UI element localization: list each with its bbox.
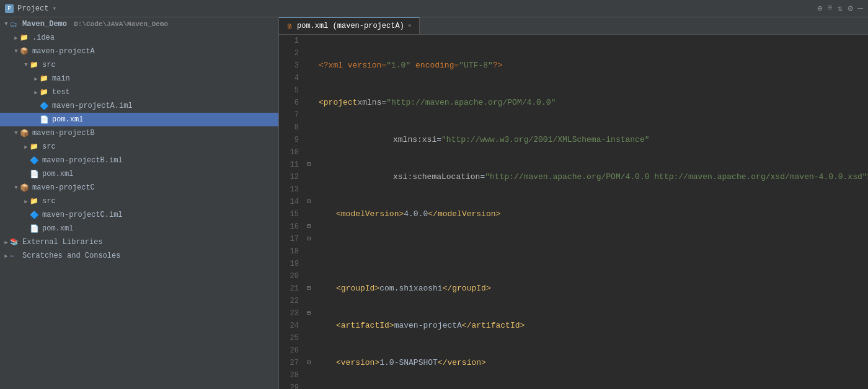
- line-num-2: 2: [284, 47, 299, 59]
- scratches-label: Scratches and Consoles: [22, 251, 120, 260]
- src-a-icon: 📁: [30, 61, 40, 69]
- sidebar-item-ext-libs[interactable]: ▶ 📚 External Libraries: [0, 235, 278, 249]
- sidebar-item-maven-projectC[interactable]: ▼ 📦 maven-projectC: [0, 181, 278, 194]
- minimize-icon[interactable]: —: [858, 3, 863, 14]
- line-num-16: 16: [284, 221, 299, 233]
- line-num-4: 4: [284, 72, 299, 84]
- code-line-2: <project xmlns="http://maven.apache.org/…: [319, 97, 868, 109]
- fold-27[interactable]: ⊟: [304, 357, 314, 369]
- fold-10: [304, 146, 314, 159]
- structure-icon[interactable]: ≡: [827, 3, 832, 14]
- src-a-label: src: [42, 61, 56, 69]
- sidebar-item-idea[interactable]: ▶ 📁 .idea: [0, 31, 278, 45]
- fold-14[interactable]: ⊟: [304, 196, 314, 208]
- fold-4: [304, 72, 314, 84]
- src-c-label: src: [42, 197, 56, 206]
- line-num-14: 14: [284, 196, 299, 208]
- sidebar-item-pom-c[interactable]: ▶ 📄 pom.xml: [0, 222, 278, 235]
- line-num-18: 18: [284, 245, 299, 258]
- tab-close-button[interactable]: ×: [408, 23, 412, 30]
- sidebar-item-maven-projectA[interactable]: ▼ 📦 maven-projectA: [0, 45, 278, 58]
- sidebar-item-pom-b[interactable]: ▶ 📄 pom.xml: [0, 167, 278, 181]
- fold-16[interactable]: ⊟: [304, 221, 314, 233]
- fold-gutter: ⊟ ⊟ ⊟ ⊟ ⊟ ⊟ ⊟: [304, 35, 314, 389]
- src-c-icon: 📁: [30, 197, 40, 206]
- browse-icon[interactable]: ⊕: [817, 3, 822, 14]
- fold-23[interactable]: ⊟: [304, 307, 314, 320]
- line-numbers: 1 2 3 4 5 6 7 8 9 10 11 12 13 14 15 16 1…: [279, 35, 304, 389]
- code-line-4: xsi:schemaLocation="http://maven.apache.…: [319, 171, 868, 183]
- settings-icon[interactable]: ⚙: [848, 3, 852, 14]
- line-num-17: 17: [284, 233, 299, 245]
- fold-17[interactable]: ⊟: [304, 233, 314, 245]
- projC-arrow: ▼: [12, 185, 20, 191]
- line-num-27: 27: [284, 357, 299, 369]
- title-bar-actions: ⊕ ≡ ⇅ ⚙ —: [817, 3, 863, 14]
- projA-icon: 📦: [20, 47, 30, 56]
- sidebar-item-iml-a[interactable]: ▶ 🔷 maven-projectA.iml: [0, 99, 278, 113]
- fold-6: [304, 97, 314, 109]
- fold-7: [304, 109, 314, 121]
- tab-pom-xml[interactable]: 🗎 pom.xml (maven-projectA) ×: [279, 17, 420, 34]
- project-icon: P: [5, 4, 14, 13]
- sidebar-item-iml-b[interactable]: ▶ 🔷 maven-projectB.iml: [0, 154, 278, 167]
- sidebar-item-iml-c[interactable]: ▶ 🔷 maven-projectC.iml: [0, 208, 278, 222]
- line-num-7: 7: [284, 109, 299, 121]
- iml-a-icon: 🔷: [40, 102, 50, 110]
- projC-label: maven-projectC: [32, 183, 95, 192]
- idea-arrow: ▶: [12, 35, 20, 42]
- line-num-9: 9: [284, 134, 299, 146]
- test-arrow: ▶: [32, 89, 40, 96]
- main-layout: ▼ 🗂 Maven_Demo D:\Code\JAVA\Maven_Demo ▶…: [0, 17, 868, 389]
- sidebar-item-maven-projectB[interactable]: ▼ 📦 maven-projectB: [0, 126, 278, 140]
- sidebar-item-src-c[interactable]: ▶ 📁 src: [0, 194, 278, 208]
- sidebar-item-scratches[interactable]: ▶ ✏ Scratches and Consoles: [0, 249, 278, 263]
- project-dropdown-icon[interactable]: ▾: [52, 4, 56, 12]
- code-line-9: <version>1.0-SNAPSHOT</version>: [319, 357, 868, 369]
- sidebar-item-src-a[interactable]: ▼ 📁 src: [0, 58, 278, 72]
- scratches-arrow: ▶: [2, 253, 10, 260]
- fold-12: [304, 171, 314, 183]
- line-num-13: 13: [284, 183, 299, 196]
- line-num-15: 15: [284, 208, 299, 221]
- iml-b-icon: 🔷: [30, 156, 40, 165]
- title-bar-left: P Project ▾: [5, 4, 56, 13]
- tab-bar: 🗎 pom.xml (maven-projectA) ×: [279, 17, 868, 35]
- fold-26: [304, 344, 314, 357]
- line-num-28: 28: [284, 369, 299, 382]
- sidebar-item-pom-a[interactable]: ▶ 📄 pom.xml: [0, 113, 278, 126]
- project-label: Project: [17, 4, 48, 13]
- fold-1: [304, 35, 314, 47]
- pom-b-label: pom.xml: [42, 170, 73, 178]
- code-line-1: <?xml version="1.0" encoding="UTF-8"?>: [319, 59, 868, 72]
- test-icon: 📁: [40, 88, 50, 97]
- sidebar-item-main[interactable]: ▶ 📁 main: [0, 72, 278, 85]
- fold-11[interactable]: ⊟: [304, 159, 314, 171]
- fold-15: [304, 208, 314, 221]
- idea-label: .idea: [32, 33, 55, 42]
- sidebar-root[interactable]: ▼ 🗂 Maven_Demo D:\Code\JAVA\Maven_Demo: [0, 17, 278, 31]
- code-editor[interactable]: 1 2 3 4 5 6 7 8 9 10 11 12 13 14 15 16 1…: [279, 35, 868, 389]
- fold-3: [304, 59, 314, 72]
- fold-28: [304, 369, 314, 382]
- line-num-1: 1: [284, 35, 299, 47]
- sidebar-item-test[interactable]: ▶ 📁 test: [0, 85, 278, 99]
- src-c-arrow: ▶: [22, 198, 30, 205]
- src-b-icon: 📁: [30, 142, 40, 151]
- fold-21[interactable]: ⊟: [304, 282, 314, 295]
- ext-libs-arrow: ▶: [2, 239, 10, 246]
- line-num-8: 8: [284, 121, 299, 134]
- iml-b-label: maven-projectB.iml: [42, 156, 123, 165]
- code-content[interactable]: <?xml version="1.0" encoding="UTF-8"?> <…: [314, 35, 868, 389]
- projA-arrow: ▼: [12, 48, 20, 55]
- projC-icon: 📦: [20, 183, 30, 192]
- root-label: Maven_Demo D:\Code\JAVA\Maven_Demo: [22, 20, 168, 28]
- editor-area: 🗎 pom.xml (maven-projectA) × 1 2 3 4 5 6…: [279, 17, 868, 389]
- sort-icon[interactable]: ⇅: [838, 3, 843, 14]
- src-a-arrow: ▼: [22, 62, 30, 68]
- line-num-29: 29: [284, 382, 299, 389]
- sidebar-item-src-b[interactable]: ▶ 📁 src: [0, 140, 278, 154]
- project-root-icon: 🗂: [10, 20, 20, 28]
- fold-22: [304, 295, 314, 307]
- code-line-3: xmlns:xsi="http://www.w3.org/2001/XMLSch…: [319, 134, 868, 146]
